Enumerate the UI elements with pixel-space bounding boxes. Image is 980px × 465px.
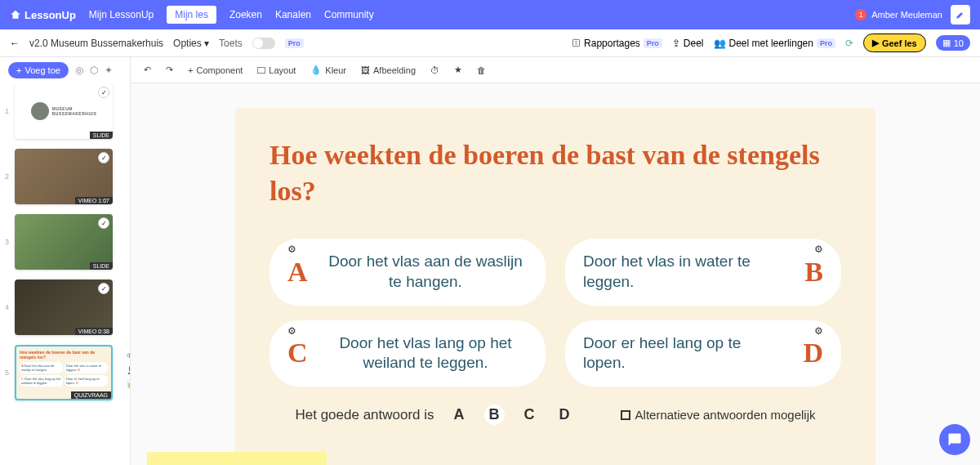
undo-button[interactable]: ↶ [140,63,154,77]
answer-choice-d[interactable]: D [555,405,575,425]
canvas-area: Hoe weekten de boeren de bast van de ste… [131,83,980,465]
image-button[interactable]: 🖼 Afbeelding [358,64,419,77]
question-text[interactable]: Hoe weekten de boeren de bast van de ste… [270,137,841,209]
pro-badge: Pro [285,38,304,48]
toets-toggle[interactable] [252,38,275,49]
nav-community[interactable]: Community [324,9,374,20]
target-icon[interactable]: ◎ [75,65,83,76]
thumb-type-label: VIMEO 0:38 [75,328,113,335]
lesson-title[interactable]: v2.0 Museum Bussemakerhuis [29,38,163,49]
edit-button[interactable] [951,5,970,25]
option-c[interactable]: ⚙ C Door het vlas lang op het weiland te… [270,320,546,387]
share-icon: ⇪ [672,38,680,49]
slide-thumbnail[interactable]: ✓ VIMEO 1:07 [15,149,113,204]
nav-zoeken[interactable]: Zoeken [229,9,262,20]
brand-logo[interactable]: LessonUp [10,9,76,21]
chat-button[interactable] [939,424,970,455]
options-grid: ⚙ A Door het vlas aan de waslijn te hang… [270,239,841,387]
brand-text: LessonUp [24,9,76,21]
slide-thumbnail[interactable]: MUSEUM BUSSEMAKERHUIS ✓ SLIDE [15,83,113,139]
nav-mijn-les[interactable]: Mijn les [167,6,216,24]
thumb-number: 4 [5,303,11,311]
slide-thumbnail[interactable]: ✓ SLIDE [15,214,113,270]
option-text: Door het vlas in water te leggen. [583,252,787,292]
thumb-question: Hoe weekten de boeren de bast van de ste… [20,350,108,360]
gear-icon[interactable]: ⚙ [287,325,296,337]
thumb-option: Door er heel lang op te lopen. D [65,375,108,387]
back-arrow-icon[interactable]: ← [10,38,20,49]
option-letter: B [799,257,823,288]
check-icon[interactable]: ✓ [98,217,109,229]
sparkle-icon[interactable]: ✦ [105,65,113,76]
alternative-checkbox[interactable]: Alternatieve antwoorden mogelijk [621,408,816,422]
gear-icon[interactable]: ⚙ [287,244,296,255]
option-a[interactable]: ⚙ A Door het vlas aan de waslijn te hang… [270,239,546,305]
sidebar: + Voeg toe ◎ ⬡ ✦ 1 MUSEUM BUSSEMAKERHUIS [0,57,131,465]
answer-choice-b[interactable]: B [484,405,505,425]
add-component-button[interactable]: + Component [185,64,246,77]
answer-choice-a[interactable]: A [449,405,470,425]
answer-label: Het goede antwoord is [295,407,434,423]
rapportages-button[interactable]: Rapportages Pro [572,38,662,49]
users-icon: 👥 [714,38,726,49]
notification-badge: 1 [855,9,866,20]
gear-icon[interactable]: ⚙ [814,244,823,255]
box-icon[interactable]: ⬡ [90,65,98,76]
check-icon[interactable]: ✓ [98,152,109,163]
play-icon: ▶ [872,38,879,48]
check-icon[interactable]: ✓ [98,283,109,294]
thumb-type-label: QUIZVRAAG [71,391,111,399]
layout-button[interactable]: Layout [254,64,299,77]
options-button[interactable]: Opties ▾ [173,38,209,49]
option-d[interactable]: ⚙ Door er heel lang op te lopen. D [565,320,841,387]
color-button[interactable]: 💧 Kleur [307,63,350,77]
refresh-icon[interactable]: ⟳ [845,38,853,49]
grid-icon: ▦ [942,38,951,48]
chart-icon[interactable]: 📊 [127,379,130,388]
alternative-label: Alternatieve antwoorden mogelijk [635,408,816,422]
decorative-strip [147,452,327,465]
option-b[interactable]: ⚙ Door het vlas in water te leggen. B [565,239,841,305]
checkbox-icon [621,410,630,420]
nav-kanalen[interactable]: Kanalen [275,9,311,20]
deel-button[interactable]: ⇪ Deel [672,38,704,49]
option-text: Door het vlas aan de waslijn te hangen. [323,252,528,292]
deel-leerlingen-button[interactable]: 👥 Deel met leerlingen Pro [714,38,835,49]
eye-icon[interactable]: 👁 [127,351,130,360]
user-name: Amber Meuleman [871,10,942,20]
top-nav: LessonUp Mijn LessonUp Mijn les Zoeken K… [0,0,980,29]
option-text: Door het vlas lang op het weiland te leg… [323,333,528,373]
thumb-type-label: SLIDE [90,132,113,139]
nav-mijn-lessonup[interactable]: Mijn LessonUp [89,9,154,20]
sub-bar: ← v2.0 Museum Bussemakerhuis Opties ▾ To… [0,29,980,57]
museum-logo-icon [31,102,49,120]
gear-icon[interactable]: ⚙ [814,325,823,337]
thumb-type-label: SLIDE [90,262,113,270]
add-slide-button[interactable]: + Voeg toe [8,62,69,78]
editor-area: ↶ ↷ + Component Layout 💧 Kleur 🖼 Afbeeld… [131,57,980,465]
thumb-number: 2 [5,172,11,181]
option-letter: C [287,338,312,369]
redo-button[interactable]: ↷ [163,63,176,77]
thumb-option: C Door het vlas lang op het weiland te l… [20,375,63,387]
timer-icon[interactable]: ⏱ [427,64,443,77]
svg-rect-0 [572,39,579,46]
star-icon[interactable]: ★ [451,63,466,77]
slide-thumbnail-selected[interactable]: Hoe weekten de boeren de bast van de ste… [15,345,113,400]
image-icon: 🖼 [361,65,370,75]
plus-icon: + [16,65,21,75]
user-badge[interactable]: 1 Amber Meuleman [855,9,942,20]
slide-count-badge[interactable]: ▦ 10 [936,35,970,51]
option-text: Door er heel lang op te lopen. [583,333,787,373]
toets-label: Toets [219,38,243,49]
geef-les-button[interactable]: ▶ Geef les [863,34,926,52]
thumb-number: 3 [5,238,11,246]
person-icon[interactable]: 👤 [127,365,130,374]
slide-canvas[interactable]: Hoe weekten de boeren de bast van de ste… [235,108,875,465]
check-icon[interactable]: ✓ [98,87,109,98]
trash-icon[interactable]: 🗑 [474,64,489,77]
thumb-number: 1 [5,107,11,115]
answer-choice-c[interactable]: C [519,405,540,425]
slide-thumbnail[interactable]: ✓ VIMEO 0:38 [15,279,113,335]
toolbar: ↶ ↷ + Component Layout 💧 Kleur 🖼 Afbeeld… [131,57,980,83]
